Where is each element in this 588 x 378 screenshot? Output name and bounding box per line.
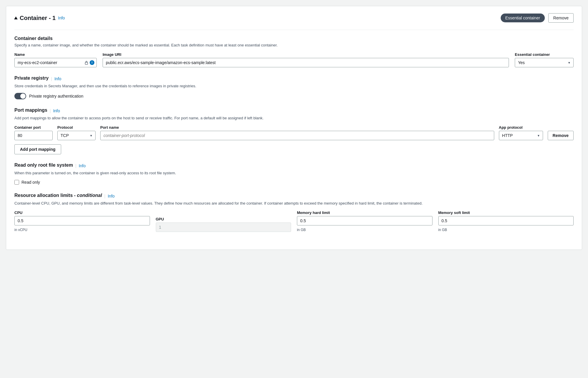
name-input-wrapper: i	[14, 58, 97, 67]
essential-select-wrapper: Yes No ▼	[515, 58, 574, 67]
image-uri-input[interactable]	[103, 58, 509, 67]
resource-allocation-title: Resource allocation limits - conditional	[14, 193, 102, 198]
container-details-title: Container details	[14, 36, 574, 41]
remove-port-button[interactable]: Remove	[548, 131, 574, 140]
port-mappings-info-link[interactable]: Info	[53, 108, 60, 113]
read-only-checkbox-row: Read only	[14, 180, 574, 185]
memory-soft-unit: in GB	[438, 228, 574, 232]
header-left: Container - 1 Info	[14, 15, 65, 21]
port-name-label: Port name	[100, 125, 494, 130]
protocol-label: Protocol	[57, 125, 96, 130]
private-registry-title-row: Private registry | Info	[14, 76, 574, 82]
name-input-icons: i	[84, 60, 94, 65]
memory-hard-input[interactable]	[297, 216, 432, 225]
essential-select[interactable]: Yes No	[515, 58, 574, 67]
private-registry-desc: Store credentials in Secrets Manager, an…	[14, 83, 574, 89]
header-divider	[14, 30, 574, 30]
card-header: Container - 1 Info Essential container R…	[14, 13, 574, 23]
memory-hard-group: Memory hard limit in GB	[297, 210, 432, 232]
port-mapping-row: Container port Protocol TCP UDP ▼ Port n…	[14, 125, 574, 140]
container-title: Container - 1	[20, 15, 56, 21]
toggle-knob	[20, 93, 26, 99]
resource-allocation-title-row: Resource allocation limits - conditional…	[14, 193, 574, 199]
protocol-group: Protocol TCP UDP ▼	[57, 125, 96, 140]
container-port-input[interactable]	[14, 131, 53, 140]
port-mappings-divider: |	[50, 108, 51, 113]
read-only-info-link[interactable]: Info	[79, 163, 86, 168]
remove-container-button[interactable]: Remove	[548, 13, 574, 23]
add-port-mapping-button[interactable]: Add port mapping	[14, 144, 61, 154]
read-only-section: Read only root file system | Info When t…	[14, 163, 574, 185]
protocol-select[interactable]: TCP UDP	[57, 131, 96, 140]
port-name-input[interactable]	[100, 131, 494, 140]
cpu-input[interactable]	[14, 216, 150, 225]
toggle-row: Private registry authentication	[14, 93, 574, 99]
private-registry-section: Private registry | Info Store credential…	[14, 76, 574, 100]
container-details-section: Container details Specify a name, contai…	[14, 36, 574, 67]
app-protocol-select[interactable]: HTTP HTTP2 gRPC	[499, 131, 543, 140]
resource-allocation-form-row: CPU in vCPU GPU Memory hard limit in GB …	[14, 210, 574, 232]
private-registry-info-link[interactable]: Info	[54, 76, 61, 81]
private-registry-toggle[interactable]	[14, 93, 26, 99]
essential-container-label: Essential container	[515, 52, 574, 57]
read-only-checkbox-label: Read only	[21, 180, 40, 185]
read-only-divider: |	[75, 163, 76, 168]
app-protocol-select-wrapper: HTTP HTTP2 gRPC ▼	[499, 131, 543, 140]
read-only-desc: When this parameter is turned on, the co…	[14, 170, 574, 176]
essential-container-group: Essential container Yes No ▼	[515, 52, 574, 67]
cpu-unit: in vCPU	[14, 228, 150, 232]
read-only-title: Read only root file system	[14, 163, 73, 168]
name-info-circle[interactable]: i	[90, 60, 94, 65]
protocol-select-wrapper: TCP UDP ▼	[57, 131, 96, 140]
app-protocol-label: App protocol	[499, 125, 543, 130]
resource-allocation-section: Resource allocation limits - conditional…	[14, 193, 574, 232]
container-port-group: Container port	[14, 125, 53, 140]
cpu-group: CPU in vCPU	[14, 210, 150, 232]
memory-soft-group: Memory soft limit in GB	[438, 210, 574, 232]
image-uri-group: Image URI	[103, 52, 509, 67]
name-label: Name	[14, 52, 97, 57]
memory-hard-label: Memory hard limit	[297, 210, 432, 215]
app-protocol-group: App protocol HTTP HTTP2 gRPC ▼	[499, 125, 543, 140]
memory-soft-input[interactable]	[438, 216, 574, 225]
gpu-input	[156, 223, 291, 232]
port-mappings-desc: Add port mappings to allow the container…	[14, 115, 574, 121]
essential-container-button[interactable]: Essential container	[501, 14, 545, 22]
resource-allocation-info-link[interactable]: Info	[108, 194, 114, 198]
memory-hard-unit: in GB	[297, 228, 432, 232]
header-info-link[interactable]: Info	[58, 16, 65, 20]
resource-allocation-divider: |	[104, 194, 106, 198]
name-group: Name i	[14, 52, 97, 67]
header-right: Essential container Remove	[501, 13, 574, 23]
gpu-label: GPU	[156, 217, 291, 221]
resource-allocation-desc: Container-level CPU, GPU, and memory lim…	[14, 200, 574, 206]
read-only-title-row: Read only root file system | Info	[14, 163, 574, 169]
cpu-label: CPU	[14, 210, 150, 215]
image-uri-label: Image URI	[103, 52, 509, 57]
read-only-checkbox[interactable]	[14, 180, 19, 185]
svg-rect-0	[85, 62, 88, 64]
private-registry-title: Private registry	[14, 76, 49, 81]
gpu-group: GPU	[156, 217, 291, 232]
port-mappings-title-row: Port mappings | Info	[14, 108, 574, 114]
lock-icon	[84, 61, 88, 65]
resource-allocation-title-italic: conditional	[77, 193, 102, 198]
port-mappings-title: Port mappings	[14, 108, 47, 113]
collapse-icon[interactable]	[14, 16, 18, 19]
private-registry-divider: |	[51, 76, 52, 81]
container-details-desc: Specify a name, container image, and whe…	[14, 42, 574, 48]
toggle-label: Private registry authentication	[29, 94, 83, 98]
container-port-label: Container port	[14, 125, 53, 130]
resource-allocation-title-text: Resource allocation limits -	[14, 193, 77, 198]
memory-soft-label: Memory soft limit	[438, 210, 574, 215]
container-card: Container - 1 Info Essential container R…	[6, 6, 582, 250]
port-mappings-section: Port mappings | Info Add port mappings t…	[14, 108, 574, 154]
port-name-group: Port name	[100, 125, 494, 140]
container-details-form-row: Name i Image URI Essential c	[14, 52, 574, 67]
